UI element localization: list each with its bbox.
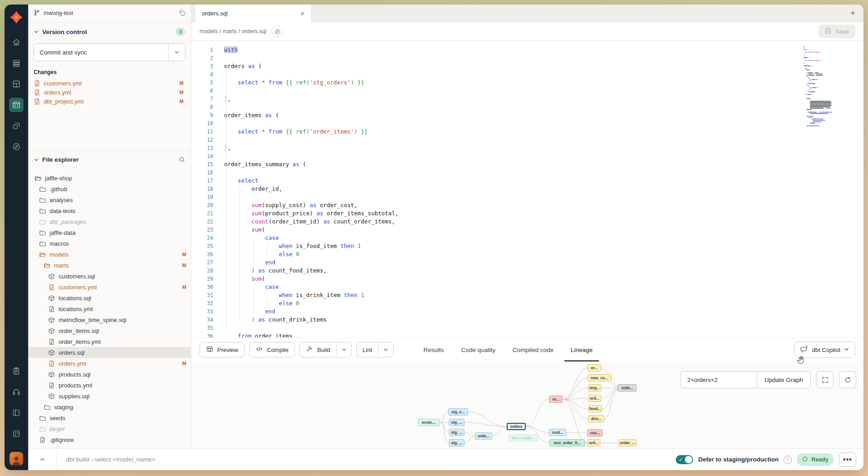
tree-item-products-sql[interactable]: products.sql <box>28 369 191 380</box>
tree-item-jaffle-data[interactable]: jaffle-data <box>28 227 191 238</box>
lineage-node-ord[interactable]: ord... <box>587 439 600 446</box>
code-line[interactable]: 12 <box>191 136 863 144</box>
build-options-dropdown[interactable] <box>336 342 351 357</box>
tab-code-quality[interactable]: Code quality <box>461 338 495 362</box>
lineage-node-orders[interactable]: orders <box>507 423 526 430</box>
code-line[interactable]: 10 <box>191 119 863 128</box>
code-line[interactable]: 23 sum( <box>191 226 863 234</box>
tree-item-data-tests[interactable]: data-tests <box>28 205 191 216</box>
commit-options-dropdown[interactable] <box>168 44 185 61</box>
save-button[interactable]: Save <box>818 25 855 38</box>
lineage-node-ord[interactable]: ord... <box>588 395 601 402</box>
lint-options-dropdown[interactable] <box>378 342 393 357</box>
search-icon[interactable] <box>179 156 185 163</box>
changed-file-row[interactable]: customers.ymlM <box>34 79 185 88</box>
tree-item-order-items-yml[interactable]: order_items.yml <box>28 336 191 347</box>
nav-home-icon[interactable] <box>9 35 24 50</box>
tab-lineage[interactable]: Lineage <box>571 338 593 362</box>
lineage-node-orde[interactable]: orde... <box>618 384 637 392</box>
commit-and-sync-button[interactable]: Commit and sync <box>34 43 185 61</box>
code-line[interactable]: 2 <box>191 54 863 62</box>
code-line[interactable]: 26 else 0 <box>191 250 863 258</box>
lineage-node-stg[interactable]: stg_... <box>449 419 464 426</box>
code-line[interactable]: 6 <box>191 87 863 95</box>
update-graph-button[interactable]: Update Graph <box>757 371 811 388</box>
lineage-node-testsuppl[interactable]: test_suppl... <box>508 434 538 441</box>
code-line[interactable]: 16 <box>191 169 863 177</box>
build-button[interactable]: Build <box>300 342 336 357</box>
lineage-node-stg[interactable]: stg_... <box>449 429 464 436</box>
nav-catalog-icon[interactable] <box>9 406 24 420</box>
code-line[interactable]: 33 end <box>191 307 863 316</box>
minimap[interactable] <box>803 46 841 127</box>
lineage-node-or[interactable]: or... <box>588 364 601 372</box>
view-lineage-icon[interactable] <box>271 25 283 37</box>
code-line[interactable]: 31 when is_drink_item then 1 <box>191 291 863 299</box>
code-line[interactable]: 8 <box>191 103 863 111</box>
nav-orchestration-icon[interactable] <box>9 139 24 154</box>
tree-item-dbt-packages[interactable]: dbt_packages <box>28 216 191 227</box>
lineage-node-orde[interactable]: orde... <box>475 432 492 440</box>
tree-item-orders-sql[interactable]: orders.sql <box>28 347 191 358</box>
expand-command-bar-icon[interactable] <box>28 449 57 470</box>
lineage-node-testorderit[interactable]: test_order_it... <box>549 439 585 446</box>
code-line[interactable]: 35 <box>191 324 863 332</box>
lineage-node-cus[interactable]: cus... <box>587 429 603 436</box>
command-input[interactable]: dbt build --select <model_name> <box>66 456 155 463</box>
nav-apps-icon[interactable] <box>9 426 24 441</box>
fullscreen-icon[interactable] <box>816 371 833 388</box>
tree-item-locations-sql[interactable]: locations.sql <box>28 293 191 303</box>
code-line[interactable]: 1with <box>191 46 863 54</box>
tree-item-seeds[interactable]: seeds <box>28 412 191 423</box>
nav-develop-icon[interactable] <box>9 98 24 112</box>
code-line[interactable]: 4 <box>191 70 863 79</box>
code-line[interactable]: 18 order_id, <box>191 185 863 193</box>
file-explorer-header[interactable]: File explorer <box>28 156 191 163</box>
lineage-node-ecom[interactable]: ecom.... <box>418 419 440 426</box>
nav-support-icon[interactable] <box>9 385 24 399</box>
code-line[interactable]: 32 else 0 <box>191 299 863 307</box>
code-line[interactable]: 5 select * from {{ ref('stg_orders') }} <box>191 79 863 87</box>
tab-results[interactable]: Results <box>424 338 444 362</box>
nav-dashboard-icon[interactable] <box>9 77 24 91</box>
nav-explore-icon[interactable] <box>9 119 24 133</box>
code-line[interactable]: 25 when is_food_item then 1 <box>191 242 863 250</box>
code-line[interactable]: 36 from order_items <box>191 332 863 337</box>
tree-item-models[interactable]: modelsM <box>28 249 191 260</box>
tree-item--gitignore[interactable]: .gitignore <box>28 434 191 445</box>
tree-item-customers-sql[interactable]: customers.sql <box>28 271 191 282</box>
code-line[interactable]: 28 ) as count_food_items, <box>191 267 863 275</box>
lineage-node-larg[interactable]: larg... <box>588 384 601 392</box>
code-line[interactable]: 13), <box>191 144 863 152</box>
code-line[interactable]: 20 sum(supply_cost) as order_cost, <box>191 201 863 209</box>
code-line[interactable]: 9order_items as ( <box>191 111 863 119</box>
tree-item-locations-yml[interactable]: locations.yml <box>28 303 191 314</box>
code-lines[interactable]: 1with23orders as (45 select * from {{ re… <box>191 46 863 337</box>
new-tab-button[interactable]: + <box>850 5 855 22</box>
overflow-menu-button[interactable]: ••• <box>839 452 856 467</box>
changed-file-row[interactable]: orders.ymlM <box>34 88 185 97</box>
tree-item-macros[interactable]: macros <box>28 238 191 249</box>
refresh-icon[interactable] <box>839 371 856 388</box>
lineage-node-cust[interactable]: cust... <box>549 429 566 436</box>
code-line[interactable]: 30 case <box>191 283 863 291</box>
help-icon[interactable]: ? <box>783 456 792 464</box>
tree-item-staging[interactable]: staging <box>28 402 191 412</box>
lineage-node-drin[interactable]: drin... <box>588 415 604 422</box>
tab-orders-sql[interactable]: orders.sql × <box>195 5 311 22</box>
code-line[interactable]: 17 select <box>191 177 863 185</box>
close-tab-icon[interactable]: × <box>300 10 304 17</box>
copy-branch-icon[interactable] <box>179 9 185 17</box>
code-line[interactable]: 27 end <box>191 258 863 267</box>
version-control-header[interactable]: Version control 3 <box>34 28 185 36</box>
tree-item-target[interactable]: target <box>28 423 191 434</box>
tree-item-analyses[interactable]: analyses <box>28 194 191 205</box>
lineage-selector-input[interactable]: 2+orders+2 <box>680 371 757 388</box>
defer-toggle[interactable]: ✓ <box>676 455 693 464</box>
lineage-node-order[interactable]: order_... <box>619 439 637 446</box>
tree-item-metricflow-time-spine-sql[interactable]: metricflow_time_spine.sql <box>28 314 191 325</box>
tree-item-supplies-sql[interactable]: supplies.sql <box>28 391 191 402</box>
nav-deploy-icon[interactable] <box>9 56 24 70</box>
code-line[interactable]: 3orders as ( <box>191 62 863 70</box>
tab-compiled-code[interactable]: Compiled code <box>513 338 554 362</box>
